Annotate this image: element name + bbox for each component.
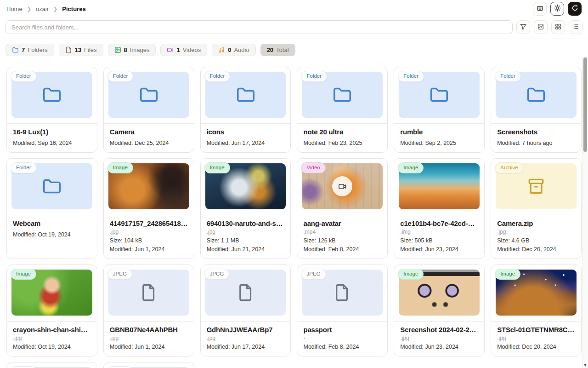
file-modified: Modified: Feb 23, 2025: [303, 140, 381, 146]
scrollbar[interactable]: ▼: [582, 57, 588, 368]
filter-chip-files[interactable]: 13 Files: [59, 44, 103, 56]
file-extension: .img: [400, 229, 478, 235]
sun-icon: [554, 4, 561, 13]
video-icon: [167, 46, 174, 53]
file-name: 6940130-naruto-and-sasuke...: [207, 219, 285, 227]
file-card[interactable]: Image Screenshot 2024-02-24 0209... .jpg…: [394, 264, 485, 356]
file-modified: Modified: Oct 19, 2024: [13, 231, 91, 238]
file-card[interactable]: JPCG GdhNnJJWEAArBp7 .jpg Modified: Jun …: [200, 264, 291, 356]
breadcrumb-home[interactable]: Home: [6, 6, 23, 12]
card-info: crayon-shin-chan-shinnosuk... .jpg Modif…: [7, 322, 97, 356]
grid-view-button[interactable]: [551, 20, 565, 34]
type-badge: Folder: [398, 71, 424, 82]
filter-button[interactable]: [516, 20, 530, 34]
file-card[interactable]: Folder Screenshots Modified: 7 hours ago: [491, 67, 582, 153]
file-card[interactable]: Image crayon-shin-chan-shinnosuk... .jpg…: [6, 264, 97, 356]
file-card[interactable]: Folder note 20 ultra Modified: Feb 23, 2…: [297, 67, 388, 153]
file-name: GBNB07Ne4AAhPBH: [110, 326, 188, 334]
chevron-right-icon: ❯: [27, 6, 31, 12]
type-badge: Image: [398, 162, 424, 173]
file-modified: Modified: Jun 1, 2024: [110, 246, 188, 253]
chip-count: 8: [124, 46, 127, 53]
type-badge: Folder: [204, 71, 231, 82]
breadcrumb: Home ❯ ozair ❯ Pictures: [6, 6, 86, 12]
file-card[interactable]: JPEG passport - Modified: Feb 8, 2024: [297, 264, 388, 356]
light-theme-button[interactable]: [550, 2, 564, 16]
file-name: note 20 ultra: [303, 128, 381, 136]
file-size: Size: 126 kB: [303, 237, 381, 244]
file-card[interactable]: JPEG GBNB07Ne4AAhPBH .jpg Modified: Jun …: [103, 264, 194, 356]
filter-chip-folders[interactable]: 7 Folders: [6, 44, 54, 56]
file-card[interactable]: Folder: [6, 362, 97, 368]
file-card[interactable]: Folder icons Modified: Jun 17, 2024: [200, 67, 291, 153]
type-badge: Image: [107, 162, 133, 173]
chip-count: 13: [75, 46, 81, 53]
breadcrumb-ozair[interactable]: ozair: [36, 6, 49, 12]
file-name: STScl-01GTETNMR8CBHQQ...: [497, 326, 575, 334]
media-view-button[interactable]: [534, 20, 548, 34]
file-modified: Modified: Dec 20, 2024: [497, 344, 575, 350]
list-view-button[interactable]: [569, 20, 582, 34]
file-card[interactable]: Folder 16-9 Lux(1) Modified: Sep 16, 202…: [6, 67, 97, 153]
auto-theme-button[interactable]: [568, 2, 582, 16]
file-card[interactable]: Video aang-avatar .mp4 Size: 126 kB Modi…: [297, 158, 388, 259]
type-badge: Folder: [301, 71, 327, 82]
file-name: 414917157_242865418830.....: [110, 219, 188, 227]
card-info: note 20 ultra Modified: Feb 23, 2025: [297, 124, 387, 152]
file-name: icons: [207, 128, 285, 136]
file-card[interactable]: Folder rumble Modified: Sep 2, 2025: [394, 67, 485, 153]
list-view-icon: [572, 23, 579, 32]
type-badge: Folder: [11, 71, 37, 82]
image-icon: [114, 46, 121, 53]
filter-funnel-icon: [520, 23, 527, 32]
type-badge: Folder: [11, 366, 37, 368]
search-input[interactable]: [6, 20, 513, 34]
chip-label: Total: [276, 46, 288, 53]
file-name: GdhNnJJWEAArBp7: [207, 326, 285, 334]
file-size: Size: 104 kB: [110, 237, 188, 244]
card-info: aang-avatar .mp4 Size: 126 kB Modified: …: [297, 215, 387, 259]
chevron-right-icon: ❯: [53, 6, 57, 12]
file-modified: Modified: Jun 1, 2024: [110, 344, 188, 350]
media-view-icon: [537, 23, 544, 32]
scroll-down-arrow-icon[interactable]: ▼: [582, 363, 588, 368]
file-card[interactable]: Image c1e101b4-bc7e-42cd-89d5-0... .img …: [394, 158, 485, 259]
filter-chip-images[interactable]: 8 Images: [108, 44, 156, 56]
file-card[interactable]: Archive Camera.zip .jpg Size: 4.6 GB Mod…: [491, 158, 582, 259]
chip-label: Files: [84, 46, 96, 53]
filter-chip-audio[interactable]: 0 Audio: [212, 44, 255, 56]
file-card[interactable]: Folder: [103, 362, 194, 368]
bot-button[interactable]: [533, 2, 547, 16]
card-info: Camera.zip .jpg Size: 4.6 GB Modified: D…: [491, 215, 581, 259]
scrollbar-thumb[interactable]: [583, 58, 587, 152]
file-size: Size: 4.6 GB: [497, 237, 575, 244]
file-modified: Modified: Feb 8, 2024: [303, 246, 381, 253]
card-info: STScl-01GTETNMR8CBHQQ... .jpg Modified: …: [491, 322, 581, 356]
file-card[interactable]: Image 6940130-naruto-and-sasuke... .jpg …: [200, 158, 291, 259]
file-modified: Modified: Dec 20, 2024: [497, 246, 575, 253]
file-card[interactable]: Folder Webcam Modified: Oct 19, 2024: [6, 158, 97, 259]
chip-count: 0: [228, 46, 231, 53]
file-card[interactable]: Folder Camera Modified: Dec 25, 2024: [103, 67, 194, 153]
file-grid: Folder 16-9 Lux(1) Modified: Sep 16, 202…: [0, 61, 588, 368]
file-modified: Modified: Sep 2, 2025: [400, 140, 478, 146]
file-name: c1e101b4-bc7e-42cd-89d5-0...: [400, 219, 478, 227]
folder-icon: [12, 46, 19, 53]
file-modified: Modified: Oct 19, 2024: [13, 344, 91, 350]
filter-chip-videos[interactable]: 1 Videos: [160, 44, 207, 56]
file-extension: -: [303, 335, 381, 341]
type-badge: Folder: [11, 162, 37, 173]
file-card[interactable]: Image STScl-01GTETNMR8CBHQQ... .jpg Modi…: [491, 264, 582, 356]
file-card[interactable]: Image 414917157_242865418830..... .jpg S…: [103, 158, 194, 259]
file-modified: Modified: Feb 8, 2024: [303, 344, 381, 350]
file-modified: Modified: Jun 17, 2024: [207, 344, 285, 350]
file-name: Camera: [110, 128, 188, 136]
filter-chip-row: 7 Folders 13 Files 8 Images 1 Videos 0 A…: [0, 39, 588, 61]
file-extension: .mp4: [303, 229, 381, 235]
chip-label: Videos: [183, 46, 201, 53]
card-info: icons Modified: Jun 17, 2024: [201, 124, 291, 152]
card-info: rumble Modified: Sep 2, 2025: [394, 124, 484, 152]
filter-chip-total[interactable]: 20 Total: [260, 44, 295, 56]
card-info: Camera Modified: Dec 25, 2024: [104, 124, 194, 152]
type-badge: Image: [11, 269, 36, 280]
